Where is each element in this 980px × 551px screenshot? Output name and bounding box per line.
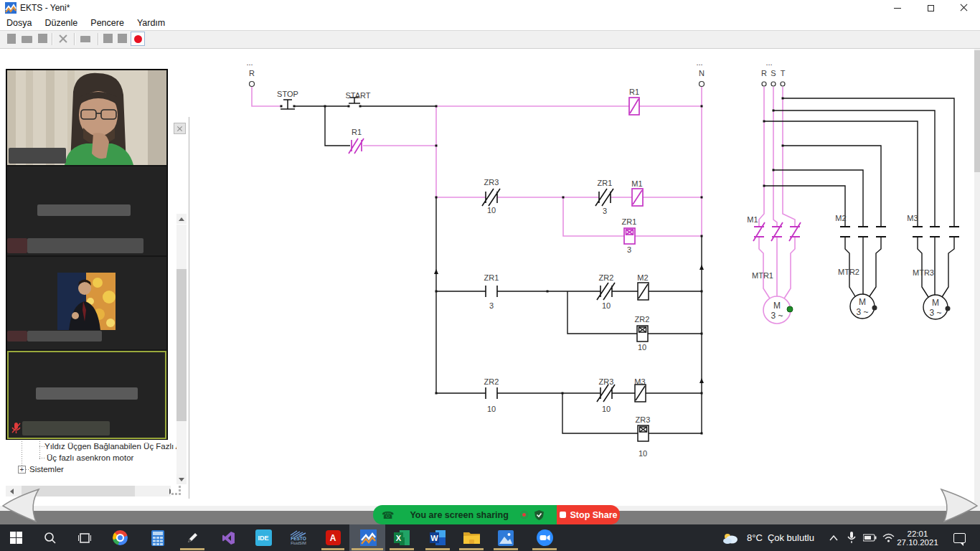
desktop: EKTS - Yeni* Dosya Düzenle Pencere Yardı… — [0, 0, 980, 551]
svg-text:M2: M2 — [637, 273, 648, 282]
calculator-taskbar-button[interactable] — [148, 524, 168, 551]
word-taskbar-button[interactable]: W — [428, 524, 448, 551]
dots-power: ... — [765, 58, 772, 67]
weather-tray-button[interactable] — [719, 524, 743, 551]
svg-text:MTR3: MTR3 — [913, 268, 934, 277]
svg-text:X: X — [396, 534, 402, 542]
svg-text:3 ~: 3 ~ — [929, 308, 941, 318]
participant-tile[interactable] — [7, 257, 166, 349]
participant-name-blurred — [37, 204, 131, 216]
task-view-icon — [78, 532, 91, 544]
participant-avatar — [57, 273, 116, 330]
terminals — [250, 82, 786, 87]
visual-studio-taskbar-button[interactable] — [219, 524, 239, 551]
photos-icon — [498, 530, 514, 546]
windows-logo-icon — [10, 532, 22, 544]
svg-text:ZR2: ZR2 — [599, 273, 614, 282]
r1-coil-label: R1 — [629, 88, 639, 96]
screen-sharing-bar: ☎ You are screen sharing Stop Share — [373, 505, 620, 524]
festo-fluidsim-taskbar-button[interactable]: FESTO FluidSIM — [287, 524, 310, 551]
participant-video-tile[interactable] — [7, 70, 166, 165]
search-button[interactable] — [40, 524, 60, 551]
svg-text:ZR1: ZR1 — [484, 273, 499, 282]
participant-name-blurred — [9, 148, 66, 164]
ide-taskbar-button[interactable]: IDE — [253, 524, 273, 551]
file-explorer-taskbar-button[interactable] — [461, 524, 481, 551]
scroll-up-button[interactable] — [176, 214, 187, 224]
acrobat-icon: A — [326, 530, 341, 545]
task-view-button[interactable] — [75, 524, 95, 551]
phone-icon: ☎ — [382, 509, 394, 521]
svg-text:ZR1: ZR1 — [622, 217, 637, 226]
page-previous-arrow[interactable] — [0, 485, 43, 525]
zoom-app-icon — [537, 529, 553, 546]
wires — [294, 98, 954, 433]
pen-app-taskbar-button[interactable] — [182, 524, 202, 551]
tree-expand-button[interactable]: + — [18, 466, 26, 474]
festo-fluidsim-icon: FESTO FluidSIM — [290, 530, 307, 545]
tray-date: 27.10.2021 — [897, 538, 938, 547]
action-center-button[interactable] — [948, 524, 970, 551]
svg-text:3 ~: 3 ~ — [856, 307, 868, 317]
panel-close-button[interactable] — [174, 123, 186, 134]
ekts-icon — [360, 529, 377, 546]
svg-text:MTR2: MTR2 — [838, 268, 859, 276]
search-icon — [44, 532, 57, 545]
tray-time: 22:01 — [897, 529, 938, 538]
motor1-run-indicator — [787, 306, 793, 312]
zoom-taskbar-button[interactable] — [534, 524, 555, 551]
rail-n-label: N — [699, 69, 705, 77]
muted-mic-blurred — [7, 238, 27, 253]
video-conference-panel[interactable] — [6, 69, 168, 440]
file-explorer-icon — [463, 531, 480, 545]
svg-text:10: 10 — [602, 301, 611, 310]
microphone-tray-button[interactable] — [844, 524, 859, 551]
muted-mic-icon — [11, 422, 22, 434]
start-label: START — [345, 91, 370, 100]
muted-mic-blurred — [7, 331, 27, 342]
component-tree: Yıldız Üçgen Bağlanabilen Üç Fazlı Asen … — [6, 435, 176, 485]
start-button[interactable] — [6, 524, 26, 551]
acrobat-taskbar-button[interactable]: A — [323, 524, 343, 551]
ide-icon: IDE — [255, 529, 272, 546]
m2-m3-contacts — [840, 227, 959, 237]
energized-wires — [252, 87, 795, 324]
svg-text:M3: M3 — [907, 214, 918, 222]
participant-name-blurred — [27, 331, 102, 342]
svg-text:ZR2: ZR2 — [635, 315, 650, 324]
canvas-vertical-scrollbar[interactable] — [974, 49, 980, 506]
circuit-labels: ... ... ... R N STOP START R1 R1 ZR310 Z… — [246, 58, 941, 458]
chrome-taskbar-button[interactable] — [110, 524, 130, 551]
svg-text:10: 10 — [487, 206, 496, 215]
active-speaker-tile[interactable] — [7, 351, 166, 439]
resize-grip[interactable] — [171, 485, 182, 496]
svg-text:W: W — [430, 534, 438, 542]
panel-vertical-scrollbar[interactable] — [176, 225, 187, 474]
ekts-taskbar-button[interactable] — [358, 524, 378, 551]
calculator-icon — [151, 530, 165, 546]
photos-taskbar-button[interactable] — [496, 524, 516, 551]
wifi-tray-button[interactable] — [880, 524, 897, 551]
clock-tray-button[interactable]: 22:01 27.10.2021 — [895, 524, 940, 551]
tree-item-yildiz-ucgen[interactable]: Yıldız Üçgen Bağlanabilen Üç Fazlı Asen — [44, 442, 176, 451]
tree-item-uc-fazli-motor[interactable]: Üç fazlı asenkron motor — [47, 453, 133, 462]
scroll-down-button[interactable] — [176, 474, 187, 484]
battery-tray-button[interactable] — [861, 524, 878, 551]
recording-indicator-icon — [520, 511, 528, 519]
svg-text:ZR2: ZR2 — [484, 377, 499, 386]
motor3-indicator — [946, 306, 951, 311]
taskbar: IDE FESTO FluidSIM A — [0, 524, 980, 551]
page-next-arrow[interactable] — [937, 485, 980, 525]
svg-text:M: M — [773, 301, 781, 311]
stop-share-button[interactable]: Stop Share — [557, 505, 620, 524]
excel-taskbar-button[interactable]: X — [392, 524, 412, 551]
svg-text:M1: M1 — [631, 179, 642, 188]
svg-text:S: S — [771, 69, 776, 77]
weather-text[interactable]: 8°C Çok bulutlu — [743, 524, 818, 551]
tray-overflow-button[interactable] — [825, 524, 842, 551]
wifi-icon — [882, 533, 895, 542]
participant-tile[interactable] — [7, 166, 166, 255]
junction-dots — [324, 98, 784, 435]
tree-item-sistemler[interactable]: Sistemler — [29, 465, 64, 474]
rail-r-label: R — [249, 69, 255, 77]
